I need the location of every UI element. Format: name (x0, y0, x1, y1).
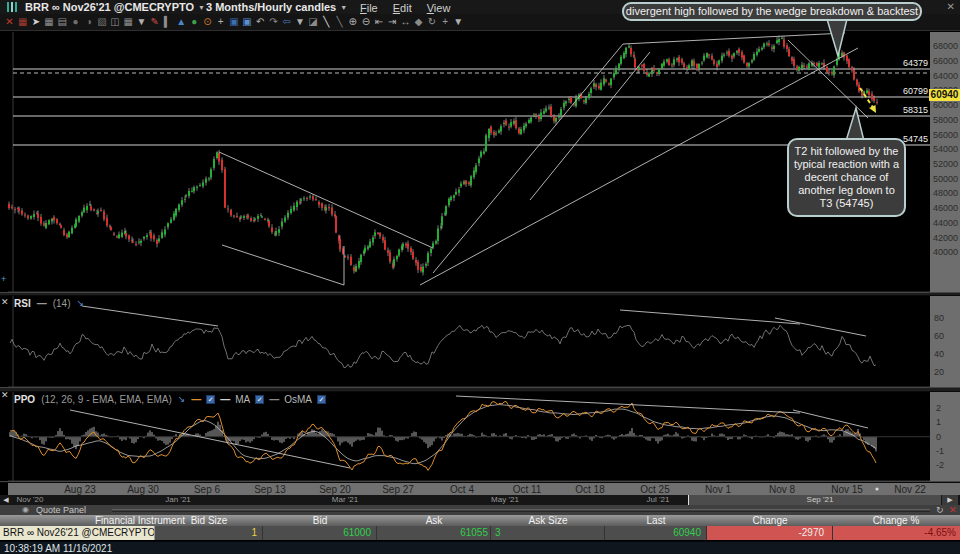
crosshair-icon[interactable]: + (214, 15, 227, 29)
frames-icon[interactable]: ◫ (109, 15, 122, 29)
brush-icon[interactable]: ● (69, 15, 82, 29)
menu-file[interactable]: File (360, 2, 378, 14)
extend-right-icon[interactable]: ⇥ (386, 15, 399, 29)
tools-dropdown-icon[interactable]: ▼ (293, 15, 306, 29)
menu-view[interactable]: View (427, 2, 451, 14)
price-level-label: 58315 (884, 105, 928, 115)
blue-box2-icon[interactable]: ▣ (241, 15, 254, 29)
trendline-icon[interactable]: ╲ (320, 15, 333, 29)
settings-icon[interactable]: + (439, 15, 452, 29)
shade-icon[interactable]: ◪ (307, 15, 320, 29)
quote-col-header-6[interactable]: Change (752, 515, 787, 526)
ppo-legend-swatch-1: — (220, 394, 230, 405)
quote-col-header-7[interactable]: Change % (873, 515, 920, 526)
ppo-legend-label-2: OsMA (284, 394, 312, 405)
quote-col-header-0[interactable]: Financial Instrument (95, 515, 185, 526)
refresh-icon[interactable]: ↻ (936, 505, 944, 515)
pane-divider[interactable] (0, 481, 960, 483)
quote-table-row[interactable]: BRR ∞ Nov26'21 @CMECRYPTO161000610553609… (0, 526, 960, 540)
rsi-settings-icon[interactable]: ↘ (76, 298, 84, 309)
ppo-settings-icon[interactable]: ↘ (178, 394, 186, 405)
last-cell: 60940 (605, 526, 707, 540)
quote-close-icon[interactable]: ✕ (949, 505, 957, 515)
menu-edit[interactable]: Edit (393, 2, 412, 14)
pane-divider[interactable] (0, 387, 960, 392)
close-red-icon[interactable]: ✕ (3, 15, 16, 29)
timeframe-selector[interactable]: 3 Months/Hourly candles▼ (206, 0, 347, 14)
ppo-legend-swatch-2: — (269, 394, 279, 405)
timeline-scrollbar[interactable]: Nov '20Jan '21Mar '21May '21Jul '21Sep '… (0, 495, 960, 505)
quote-col-header-1[interactable]: Bid Size (191, 515, 228, 526)
bid-cell: 61000 (263, 526, 377, 540)
image-icon[interactable]: ▧ (95, 15, 108, 29)
collapse-icon[interactable]: ◉ (22, 505, 29, 515)
undo-icon[interactable]: ↶ (254, 15, 267, 29)
pane-divider[interactable] (0, 292, 960, 296)
date-label: Aug 30 (127, 484, 159, 495)
chart-plot[interactable] (0, 0, 960, 554)
quote-col-header-5[interactable]: Last (647, 515, 666, 526)
status-timestamp: 10:38:19 AM 11/16/2021 (4, 542, 112, 554)
annotation-note[interactable]: divergent high followed by the wedge bre… (622, 2, 922, 21)
trading-app-window: BRR ∞ Nov26'21 @CMECRYPTO▼ 3 Months/Hour… (0, 0, 960, 554)
timeline-left-arrow-icon[interactable]: ◀ (1, 495, 11, 505)
fit-icon[interactable]: ↔ (399, 15, 412, 29)
back-arrow-icon[interactable]: ⇦ (280, 15, 293, 29)
extend-left-icon[interactable]: ⇤ (373, 15, 386, 29)
rsi-params: (14) (53, 298, 71, 309)
quote-col-header-3[interactable]: Ask (426, 515, 443, 526)
ppo-legend-checkbox-1[interactable]: ✓ (255, 395, 264, 404)
target-icon[interactable]: ⊙ (201, 15, 214, 29)
quote-panel-title: Quote Panel (36, 505, 86, 515)
area-chart-icon[interactable]: ▲ (175, 15, 188, 29)
bid-size-cell: 1 (155, 526, 263, 540)
status-bar: 10:38:19 AM 11/16/2021 (0, 541, 960, 554)
window-close-icon[interactable]: ✕ (947, 1, 955, 12)
layout-dropdown-icon[interactable]: ▼ (135, 15, 148, 29)
ppo-tick-label: 1 (936, 417, 941, 427)
pointer-icon[interactable]: ➤ (29, 15, 42, 29)
print-icon[interactable]: ▤ (56, 15, 69, 29)
annotation-note-text: divergent high followed by the wedge bre… (626, 5, 918, 17)
date-label: Sep 27 (382, 484, 414, 495)
axis-tick-label: 64000 (933, 71, 959, 81)
quote-col-header-4[interactable]: Ask Size (529, 515, 568, 526)
axis-tick-label: 58000 (933, 115, 959, 125)
zoom-out-icon[interactable]: ⊖ (359, 15, 372, 29)
refresh-icon[interactable]: ↻ (425, 15, 438, 29)
zoom-in-icon[interactable]: ⊕ (346, 15, 359, 29)
volume-bars-icon[interactable]: ▍ (161, 15, 174, 29)
axis-tick-label: 68000 (933, 41, 959, 51)
rsi-tick-label: 80 (934, 313, 944, 323)
redo-icon[interactable]: ↷ (267, 15, 280, 29)
timeline-right-arrow-icon[interactable]: ▶ (942, 495, 958, 505)
blue-box-icon[interactable]: ▣ (227, 15, 240, 29)
current-price-tag: 60940 (929, 89, 960, 101)
date-label: Nov 22 (894, 484, 926, 495)
symbol-selector[interactable]: BRR ∞ Nov26'21 @CMECRYPTO▼ (25, 0, 205, 14)
ppo-tick-label: -1 (936, 446, 944, 456)
trendline2-icon[interactable]: ╲ (333, 15, 346, 29)
ppo-close-icon[interactable]: ✕ (1, 390, 9, 400)
annotate-icon[interactable]: ✎ (148, 15, 161, 29)
circle-tool-icon[interactable]: ◑ (82, 15, 95, 29)
chevron-down-icon: ▼ (198, 4, 205, 11)
rsi-close-icon[interactable]: ✕ (1, 297, 9, 307)
rsi-tick-label: 60 (934, 331, 944, 341)
quote-col-header-2[interactable]: Bid (313, 515, 327, 526)
grid-icon[interactable]: ▦ (43, 15, 56, 29)
axis-tick-label: 52000 (933, 159, 959, 169)
ppo-legend-checkbox-0[interactable]: ✓ (206, 395, 215, 404)
layout-icon[interactable]: ▦ (122, 15, 135, 29)
shapes-icon[interactable]: ◆ (412, 15, 425, 29)
timeline-label: Jan '21 (165, 495, 191, 505)
more-dropdown-icon[interactable]: ▼ (452, 15, 465, 29)
menu-bar: FileEditView (360, 0, 465, 14)
ppo-legend-checkbox-2[interactable]: ✓ (317, 395, 326, 404)
ppo-tick-label: 2 (936, 403, 941, 413)
chart-tool-icon[interactable]: + (1, 274, 6, 284)
green-dot-icon[interactable]: ● (188, 15, 201, 29)
date-label: Nov 1 (705, 484, 731, 495)
snap-grid-icon[interactable]: ▦ (16, 15, 29, 29)
annotation-callout[interactable]: T2 hit followed by the typical reaction … (787, 138, 906, 217)
